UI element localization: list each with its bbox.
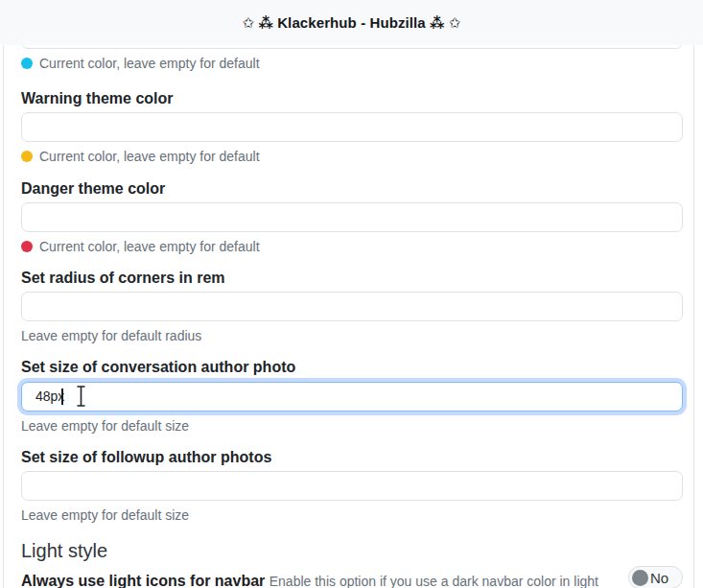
warning-color-label: Warning theme color — [21, 89, 683, 107]
ibeam-cursor-icon — [75, 385, 87, 412]
followup-photo-size-help-text: Leave empty for default size — [21, 506, 189, 524]
field-conversation-photo-size: Set size of conversation author photo Le… — [21, 358, 683, 434]
field-followup-photo-size: Set size of followup author photos Leave… — [21, 448, 683, 524]
info-color-help: Current color, leave empty for default — [21, 55, 683, 72]
toggle-knob — [632, 570, 648, 586]
corner-radius-help: Leave empty for default radius — [21, 327, 683, 344]
danger-color-help-text: Current color, leave empty for default — [39, 238, 260, 255]
followup-photo-size-help: Leave empty for default size — [21, 506, 683, 524]
text-caret — [61, 388, 63, 405]
light-icons-text: Always use light icons for navbar Enable… — [21, 571, 598, 588]
warning-color-dot — [21, 151, 33, 162]
corner-radius-help-text: Leave empty for default radius — [21, 327, 201, 344]
conversation-photo-size-input[interactable] — [21, 382, 683, 412]
followup-photo-size-input[interactable] — [21, 471, 683, 501]
warning-color-input[interactable] — [21, 112, 683, 142]
light-icons-label: Always use light icons for navbar — [21, 573, 265, 588]
followup-photo-size-label: Set size of followup author photos — [21, 448, 683, 466]
field-corner-radius: Set radius of corners in rem Leave empty… — [21, 269, 683, 344]
danger-color-input[interactable] — [21, 202, 683, 232]
top-navbar: ✩ ⁂ Klackerhub - Hubzilla ⁂ ✩ — [0, 0, 703, 45]
danger-color-help: Current color, leave empty for default — [21, 238, 683, 255]
conversation-photo-size-help-text: Leave empty for default size — [21, 417, 189, 435]
settings-panel: Current color, leave empty for default W… — [3, 0, 694, 588]
warning-color-help-text: Current color, leave empty for default — [39, 148, 260, 165]
field-warning-color: Warning theme color Current color, leave… — [21, 89, 683, 165]
light-icons-help: Enable this option if you use a dark nav… — [269, 574, 598, 588]
field-danger-color: Danger theme color Current color, leave … — [21, 179, 683, 255]
conversation-photo-size-label: Set size of conversation author photo — [21, 358, 683, 376]
toggle-state-label: No — [650, 570, 668, 586]
info-color-dot — [21, 58, 33, 69]
info-color-help-text: Current color, leave empty for default — [39, 55, 260, 72]
conversation-photo-size-help: Leave empty for default size — [21, 417, 683, 435]
warning-color-help: Current color, leave empty for default — [21, 148, 683, 165]
corner-radius-input[interactable] — [21, 292, 683, 321]
light-style-heading: Light style — [21, 539, 683, 562]
conversation-photo-size-wrap — [21, 382, 683, 412]
danger-color-label: Danger theme color — [21, 179, 683, 198]
corner-radius-label: Set radius of corners in rem — [21, 269, 683, 287]
page-title: ✩ ⁂ Klackerhub - Hubzilla ⁂ ✩ — [243, 14, 461, 32]
light-icons-toggle[interactable]: No — [628, 566, 683, 588]
light-icons-row: Always use light icons for navbar Enable… — [21, 571, 683, 588]
danger-color-dot — [21, 241, 33, 252]
